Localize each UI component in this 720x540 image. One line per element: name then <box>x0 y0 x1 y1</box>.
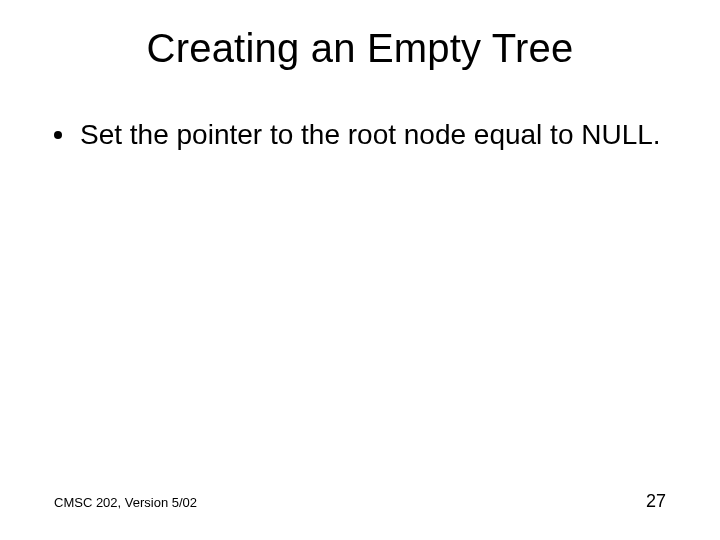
slide-title: Creating an Empty Tree <box>0 26 720 71</box>
slide: Creating an Empty Tree Set the pointer t… <box>0 0 720 540</box>
page-number: 27 <box>646 491 666 512</box>
list-item: Set the pointer to the root node equal t… <box>54 118 666 152</box>
bullet-text: Set the pointer to the root node equal t… <box>80 118 666 152</box>
bullet-icon <box>54 131 62 139</box>
slide-body: Set the pointer to the root node equal t… <box>54 118 666 152</box>
footer-course-version: CMSC 202, Version 5/02 <box>54 495 197 510</box>
